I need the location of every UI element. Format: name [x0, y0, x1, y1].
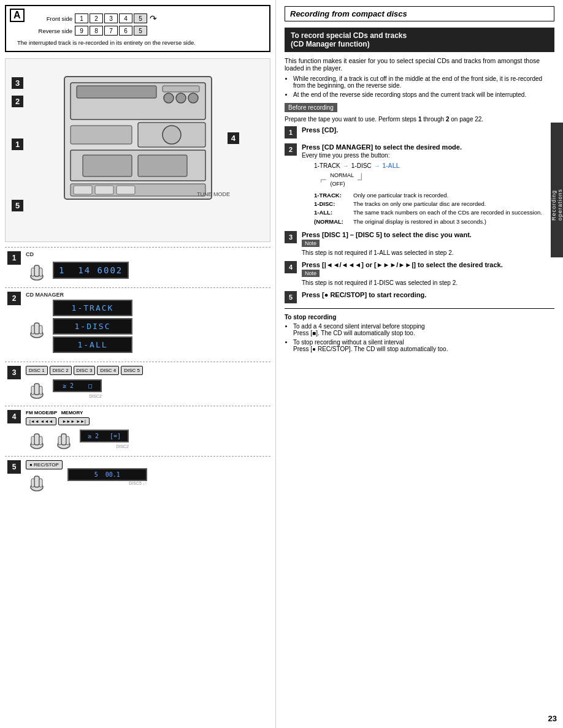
step-5-title: Press [● REC/STOP] to start recording. — [302, 291, 426, 298]
mode-1all-desc: The same track numbers on each of the CD… — [353, 208, 542, 217]
left-step-1-content: CD 1 14 6002 — [26, 251, 268, 281]
step-4-note-text: This step is not required if 1-DISC was … — [302, 279, 554, 286]
svg-rect-24 — [39, 325, 42, 334]
rec-stop-button[interactable]: ● REC/STOP — [26, 460, 63, 469]
svg-rect-39 — [34, 476, 39, 487]
left-step-num-4: 4 — [7, 410, 21, 423]
svg-rect-29 — [31, 386, 34, 395]
bullet-1: While recording, if a track is cut off i… — [293, 75, 554, 89]
hand-icon-2 — [26, 317, 48, 339]
svg-rect-23 — [34, 323, 39, 334]
svg-rect-36 — [66, 436, 69, 445]
svg-rect-17 — [117, 186, 135, 194]
mode-row-normal: (NORMAL: The original display is restore… — [314, 218, 554, 226]
arrow-right-icon: ↷ — [150, 13, 157, 23]
flow-normal: NORMAL(OFF) — [331, 171, 354, 189]
left-panel: A Front side 1 2 3 4 5 ↷ Reverse side 9 … — [0, 0, 276, 728]
svg-text:TUNE MODE: TUNE MODE — [197, 191, 230, 197]
mode-1track-label: 1-TRACK: — [314, 191, 351, 200]
step-3-note-label: Note — [302, 240, 320, 247]
mode-1track-desc: Only one particular track is recorded. — [353, 191, 448, 200]
flow-arrow-1: → — [343, 161, 349, 171]
right-panel: Recording from compact discs To record s… — [276, 0, 563, 728]
svg-point-9 — [163, 126, 181, 144]
step-2: 2 Press [CD MANAGER] to select the desir… — [285, 143, 554, 226]
reverse-track-cells: 9 8 7 6 5 — [75, 26, 147, 36]
hand-icon-1 — [26, 259, 48, 281]
svg-rect-37 — [58, 436, 61, 445]
left-step-2-inner: 1-TRACK 1-DISC 1-ALL — [26, 300, 268, 355]
left-step-4-label: FM MODE/BP MEMORY — [26, 410, 268, 415]
left-step-1-label: CD — [26, 251, 268, 257]
svg-rect-21 — [31, 268, 34, 276]
step-4-title: Press [|◄◄/◄◄◄] or [►►►/►►|] to select t… — [302, 261, 503, 268]
svg-rect-19 — [34, 265, 39, 276]
display-1disc: 1-DISC — [53, 318, 132, 335]
divider — [285, 308, 554, 309]
svg-rect-33 — [31, 436, 34, 445]
disc-2-btn[interactable]: DISC 2 — [50, 366, 72, 375]
section-header-line2: (CD Manager function) — [291, 40, 548, 48]
display-step-1: 1 14 6002 — [53, 262, 129, 279]
next-track-btn[interactable]: ►►► ►►| — [58, 417, 89, 425]
left-step-num-2: 2 — [7, 292, 21, 305]
rev-track-cell-6: 6 — [119, 26, 132, 36]
intro-text: This function makes it easier for you to… — [285, 57, 554, 72]
svg-rect-41 — [31, 479, 34, 487]
stop-section: To stop recording To add a 4 second sile… — [285, 314, 554, 352]
page-number: 23 — [548, 714, 557, 723]
left-step-2: 2 CD MANAGER 1-TRACK 1-DISC 1-ALL — [5, 287, 270, 359]
step-5-content: Press [● REC/STOP] to start recording. — [302, 291, 554, 298]
step-2-content: Press [CD MANAGER] to select the desired… — [302, 143, 554, 226]
left-step-2-content: CD MANAGER 1-TRACK 1-DISC 1-ALL — [26, 292, 268, 355]
mode-normal-label: (NORMAL: — [314, 218, 351, 226]
before-recording-text: Prepare the tape you want to use. Perfor… — [285, 116, 554, 123]
track-cell-1: 1 — [75, 13, 88, 23]
step-4-displays: ≥ 2 [=] DISC2 — [80, 430, 129, 449]
rev-track-cell-7: 7 — [104, 26, 118, 36]
svg-rect-12 — [138, 155, 187, 176]
disc-1-btn[interactable]: DISC 1 — [26, 366, 48, 375]
svg-rect-2 — [77, 86, 156, 98]
svg-point-4 — [164, 93, 174, 103]
prev-track-btn[interactable]: |◄◄ ◄◄◄ — [26, 417, 56, 425]
svg-rect-11 — [83, 155, 132, 176]
device-illustration: 3 2 1 4 5 — [5, 58, 270, 242]
disc-3-btn[interactable]: DISC 3 — [74, 366, 96, 375]
left-step-3: 3 DISC 1 DISC 2 DISC 3 DISC 4 DISC 5 ≥ 2… — [5, 362, 270, 403]
device-step-5-label: 5 — [12, 200, 23, 211]
svg-rect-31 — [34, 434, 39, 445]
step-num-5: 5 — [285, 291, 297, 303]
left-step-4: 4 FM MODE/BP MEMORY |◄◄ ◄◄◄ ►►► ►►| — [5, 406, 270, 453]
device-step-2-label: 2 — [12, 96, 23, 107]
step-num-4: 4 — [285, 261, 297, 273]
nav-buttons: |◄◄ ◄◄◄ ►►► ►►| — [26, 417, 268, 425]
step-5-buttons: ● REC/STOP — [26, 460, 63, 493]
step-num-3: 3 — [285, 231, 297, 243]
mode-normal-desc: The original display is restored in abou… — [353, 218, 486, 226]
disc-5-btn[interactable]: DISC 5 — [121, 366, 143, 375]
left-step-5: 5 ● REC/STOP 5 00.1 DISC5 ↓↑ — [5, 456, 270, 497]
step-2-sub: Every time you press the button: — [302, 152, 554, 159]
mode-flow: 1-TRACK → 1-DISC → 1-ALL ⌐ NORMAL(OFF) ┘ — [314, 161, 554, 189]
step-3-displays: ≥ 2 □ DISC2 — [53, 379, 102, 398]
left-step-4-inner: ≥ 2 [=] DISC2 — [26, 428, 268, 450]
disc-4-btn[interactable]: DISC 4 — [97, 366, 119, 375]
page-title: Recording from compact discs — [285, 6, 554, 21]
step-3: 3 Press [DISC 1] – [DISC 5] to select th… — [285, 231, 554, 256]
hand-icon-5 — [26, 470, 48, 492]
hand-icon-3 — [26, 377, 48, 400]
intro-bullets: While recording, if a track is cut off i… — [285, 75, 554, 98]
corner-indicator-4: DISC2 — [80, 444, 129, 449]
left-step-num-5: 5 — [7, 460, 21, 474]
rev-track-cell-5: 5 — [134, 26, 147, 36]
svg-rect-20 — [39, 268, 42, 276]
before-recording-label: Before recording — [285, 103, 337, 112]
mode-row-1all: 1-ALL: The same track numbers on each of… — [314, 208, 554, 217]
svg-rect-25 — [31, 325, 34, 334]
flow-line-1: 1-TRACK → 1-DISC → 1-ALL — [314, 161, 554, 171]
track-cell-5: 5 — [134, 13, 147, 23]
stop-title: To stop recording — [285, 314, 554, 320]
left-step-4-content: FM MODE/BP MEMORY |◄◄ ◄◄◄ ►►► ►►| — [26, 410, 268, 450]
section-header-line1: To record special CDs and tracks — [291, 31, 548, 40]
